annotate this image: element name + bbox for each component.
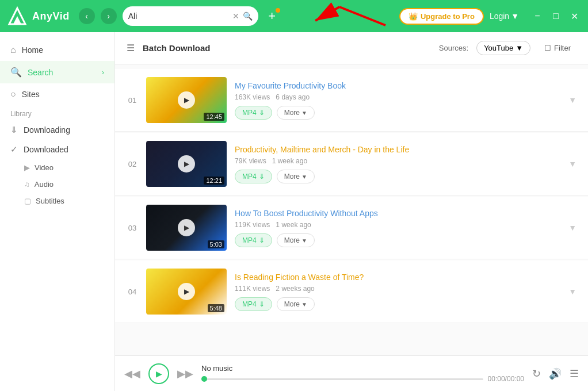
maximize-button[interactable]: □ (549, 9, 563, 23)
audio-icon: ♫ (24, 180, 30, 189)
batch-icon: ☰ (127, 43, 135, 53)
subtitles-label: Subtitles (36, 197, 64, 205)
crown-icon: 👑 (408, 12, 418, 21)
back-button[interactable]: ‹ (79, 8, 95, 24)
lib-sub-item-video[interactable]: ▶ Video (0, 159, 114, 176)
more-chevron-icon: ▼ (301, 110, 307, 116)
downloaded-label: Downloaded (24, 145, 68, 154)
library-header: Library (0, 105, 114, 120)
video-title[interactable]: How To Boost Productivity Without Apps (235, 208, 560, 218)
lib-item-downloading[interactable]: ⇓ Downloading (0, 120, 114, 140)
collapse-button[interactable]: ▼ (568, 223, 576, 232)
source-dropdown[interactable]: YouTube ▼ (476, 41, 530, 55)
more-chevron-icon: ▼ (301, 237, 307, 244)
video-thumbnail[interactable]: ▶ 5:03 (146, 205, 227, 251)
minimize-button[interactable]: − (530, 9, 544, 23)
more-chevron-icon: ▼ (301, 301, 307, 308)
mp4-button[interactable]: MP4 ⇓ (235, 233, 272, 247)
login-label: Login (490, 12, 509, 21)
login-button[interactable]: Login ▼ (490, 12, 519, 21)
play-overlay-icon: ▶ (178, 91, 195, 109)
more-button[interactable]: More ▼ (277, 106, 315, 120)
batch-download-title: Batch Download (143, 43, 211, 53)
video-label: Video (35, 163, 54, 172)
more-button[interactable]: More ▼ (277, 170, 315, 183)
mp4-button[interactable]: MP4 ⇓ (235, 106, 272, 120)
filter-button[interactable]: ☐ Filter (539, 41, 576, 55)
video-duration: 5:03 (208, 240, 224, 248)
video-actions: MP4 ⇓ More ▼ (235, 233, 560, 247)
video-thumbnail[interactable]: ▶ 12:21 (146, 141, 227, 187)
video-title[interactable]: Is Reading Fiction a Waste of Time? (235, 272, 560, 282)
search-icon: 🔍 (243, 12, 253, 21)
app-name: AnyVid (32, 10, 70, 22)
download-arrow-icon: ⇓ (259, 300, 265, 308)
mp4-label: MP4 (242, 172, 257, 181)
video-number: 03 (127, 224, 138, 232)
lib-sub-item-subtitles[interactable]: ▢ Subtitles (0, 193, 114, 209)
video-info: My Favourite Productivity Book 163K view… (235, 80, 560, 120)
play-overlay-icon: ▶ (178, 155, 195, 172)
mp4-button[interactable]: MP4 ⇓ (235, 170, 272, 183)
collapse-button[interactable]: ▼ (568, 159, 576, 168)
volume-button[interactable]: 🔊 (549, 367, 562, 380)
titlebar: AnyVid ‹ › ✕ 🔍 + 👑 Upgrade to Pro Login … (0, 0, 588, 32)
download-arrow-icon: ⇓ (259, 109, 265, 117)
play-overlay-icon: ▶ (178, 219, 195, 236)
download-icon: ⇓ (10, 125, 18, 135)
forward-button[interactable]: › (101, 8, 117, 24)
collapse-button[interactable]: ▼ (568, 95, 576, 105)
search-label: Search (28, 68, 53, 77)
checkmark-icon: ✓ (10, 144, 18, 155)
video-info: Is Reading Fiction a Waste of Time? 111K… (235, 272, 560, 311)
logo-icon (7, 6, 28, 26)
close-button[interactable]: ✕ (567, 9, 581, 23)
next-track-button[interactable]: ▶▶ (177, 367, 193, 380)
player-right-controls: ↻ 🔊 ☰ (532, 367, 579, 380)
prev-track-button[interactable]: ◀◀ (124, 367, 140, 380)
play-overlay-icon: ▶ (178, 283, 195, 300)
download-arrow-icon: ⇓ (259, 172, 265, 181)
subtitles-icon: ▢ (24, 197, 31, 205)
video-info: How To Boost Productivity Without Apps 1… (235, 208, 560, 247)
search-bar: ✕ 🔍 (123, 6, 258, 26)
more-label: More (284, 172, 300, 181)
search-side-icon: 🔍 (10, 67, 22, 78)
home-icon: ⌂ (10, 45, 16, 55)
video-title[interactable]: My Favourite Productivity Book (235, 80, 560, 91)
collapse-button[interactable]: ▼ (568, 287, 576, 296)
sidebar-item-sites[interactable]: ○ Sites (0, 83, 114, 105)
lib-item-downloaded[interactable]: ✓ Downloaded (0, 140, 114, 159)
video-title[interactable]: Productivity, Mailtime and Merch - Day i… (235, 144, 560, 155)
more-button[interactable]: More ▼ (277, 297, 315, 311)
video-thumbnail[interactable]: ▶ 5:48 (146, 269, 227, 315)
lib-sub-item-audio[interactable]: ♫ Audio (0, 176, 114, 193)
mp4-label: MP4 (242, 236, 257, 244)
video-actions: MP4 ⇓ More ▼ (235, 170, 560, 183)
progress-bar[interactable] (201, 378, 483, 380)
filter-label: Filter (554, 44, 571, 52)
video-number: 04 (127, 288, 138, 296)
more-button[interactable]: More ▼ (277, 233, 315, 247)
upgrade-button[interactable]: 👑 Upgrade to Pro (399, 8, 484, 25)
logo-area: AnyVid (7, 6, 70, 26)
sidebar-item-home[interactable]: ⌂ Home (0, 39, 114, 61)
sidebar: ⌂ Home 🔍 Search › ○ Sites Library ⇓ Down… (0, 32, 115, 391)
repeat-button[interactable]: ↻ (532, 367, 541, 380)
sidebar-item-search[interactable]: 🔍 Search › (0, 61, 114, 83)
video-info: Productivity, Mailtime and Merch - Day i… (235, 144, 560, 183)
audio-label: Audio (35, 180, 54, 189)
video-thumbnail[interactable]: ▶ 12:45 (146, 77, 227, 123)
add-button[interactable]: + (264, 8, 280, 24)
more-label: More (284, 236, 300, 244)
player-info: No music 00:00/00:00 (201, 364, 524, 383)
mp4-button[interactable]: MP4 ⇓ (235, 297, 272, 311)
table-row: 01 ▶ 12:45 My Favourite Productivity Boo… (115, 69, 588, 132)
player-time: 00:00/00:00 (488, 375, 524, 383)
track-name: No music (201, 364, 524, 373)
clear-search-button[interactable]: ✕ (232, 12, 239, 21)
playlist-button[interactable]: ☰ (570, 367, 579, 380)
play-pause-button[interactable]: ▶ (148, 363, 169, 384)
more-label: More (284, 300, 300, 308)
search-input[interactable] (128, 12, 229, 21)
